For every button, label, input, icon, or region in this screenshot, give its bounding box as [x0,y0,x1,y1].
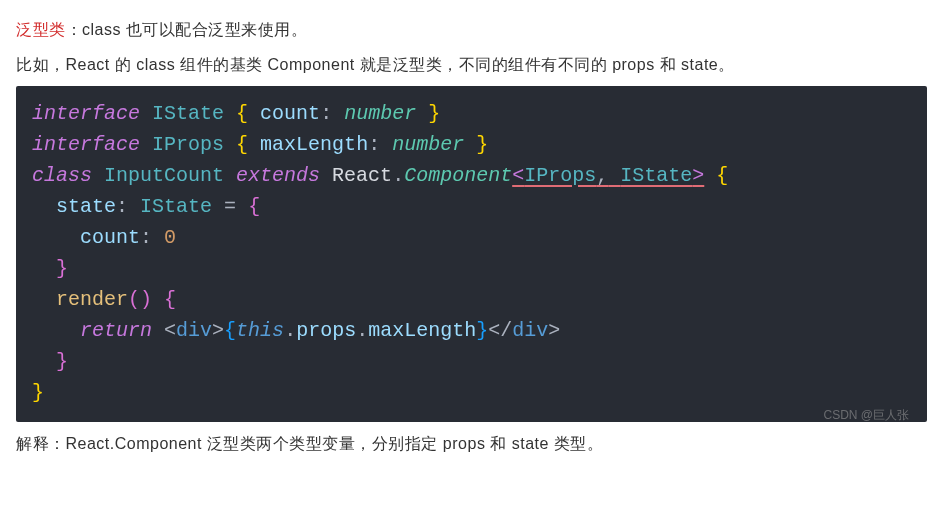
type: IState [140,195,212,218]
colon: : [116,195,128,218]
keyword-extends: extends [236,164,320,187]
tag-close: > [548,319,560,342]
brace: { [716,164,728,187]
jsx-brace: { [224,319,236,342]
this: this [236,319,284,342]
colon: : [320,102,332,125]
tag-open: < [164,319,176,342]
colon: : [140,226,152,249]
type-name: IState [152,102,224,125]
parens: () [128,288,152,311]
number: 0 [164,226,176,249]
angle-gt: > [692,164,704,187]
comma: , [596,164,608,187]
class-name: InputCount [104,164,224,187]
colon: : [368,133,380,156]
highlight-term: 泛型类 [16,21,66,38]
type-name: IProps [152,133,224,156]
brace: } [32,381,44,404]
brace: } [476,133,488,156]
paragraph-3: 解释：React.Component 泛型类两个类型变量，分别指定 props … [16,430,927,459]
method: render [56,288,128,311]
dot: . [284,319,296,342]
component: Component [404,164,512,187]
code-block: interface IState { count: number } inter… [16,86,927,422]
react-ns: React [332,164,392,187]
brace: } [56,257,68,280]
brace: } [428,102,440,125]
angle-lt: < [512,164,524,187]
dot: . [392,164,404,187]
tag-open: </ [488,319,512,342]
paragraph-1-text: ：class 也可以配合泛型来使用。 [66,21,308,38]
jsx-brace: } [476,319,488,342]
tag-close: > [212,319,224,342]
prop: maxLength [368,319,476,342]
type: number [392,133,464,156]
keyword-class: class [32,164,92,187]
brace: { [164,288,176,311]
prop: props [296,319,356,342]
prop: count [260,102,320,125]
brace: { [248,195,260,218]
brace: { [236,102,248,125]
jsx-tag: div [176,319,212,342]
keyword-interface: interface [32,133,140,156]
keyword-return: return [80,319,152,342]
paragraph-2: 比如，React 的 class 组件的基类 Component 就是泛型类，不… [16,51,927,80]
dot: . [356,319,368,342]
type: number [344,102,416,125]
jsx-tag: div [512,319,548,342]
keyword-interface: interface [32,102,140,125]
prop: maxLength [260,133,368,156]
prop: state [56,195,116,218]
equals: = [224,195,236,218]
generic-arg: IState [620,164,692,187]
brace: { [236,133,248,156]
generic-arg: IProps [524,164,596,187]
brace: } [56,350,68,373]
prop: count [80,226,140,249]
paragraph-1: 泛型类：class 也可以配合泛型来使用。 [16,16,927,45]
